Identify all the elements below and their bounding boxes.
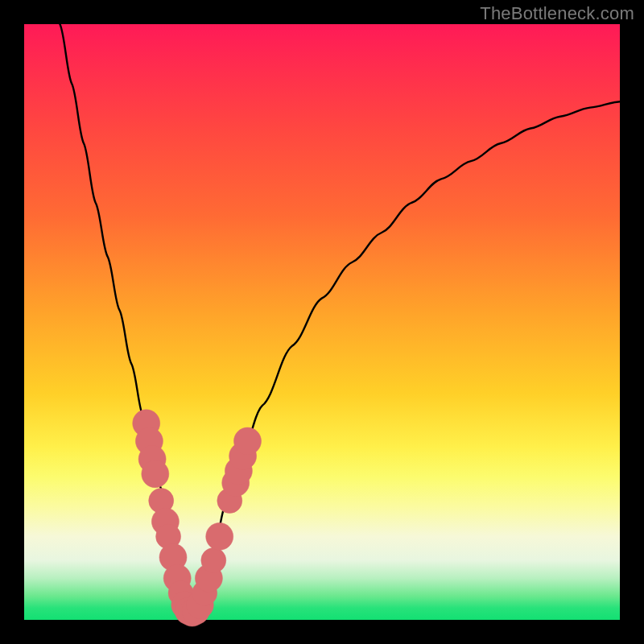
chart-frame: TheBottleneck.com bbox=[0, 0, 644, 644]
curve-markers bbox=[133, 410, 262, 626]
curve-marker bbox=[234, 427, 262, 455]
curve-marker bbox=[142, 460, 169, 488]
curve-marker bbox=[206, 522, 233, 550]
plot-area bbox=[24, 24, 620, 620]
chart-svg bbox=[24, 24, 620, 620]
bottleneck-curve bbox=[60, 24, 620, 614]
watermark-text: TheBottleneck.com bbox=[480, 3, 634, 24]
curve-marker bbox=[201, 548, 226, 573]
